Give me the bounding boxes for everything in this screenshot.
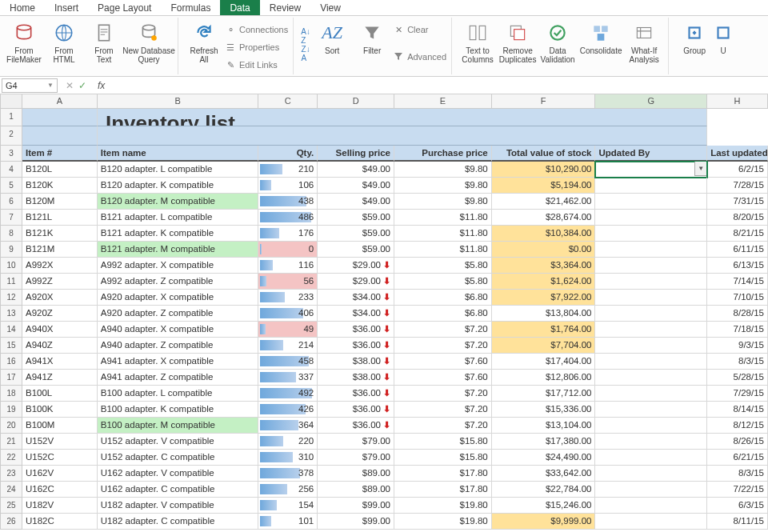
tab-data[interactable]: Data (220, 0, 259, 15)
col-header-b[interactable]: B (98, 94, 259, 109)
cell-item[interactable]: B121L (22, 210, 98, 226)
cell-total-value[interactable]: $12,806.00 (492, 370, 596, 386)
row-header[interactable]: 18 (0, 386, 22, 402)
tab-view[interactable]: View (310, 0, 350, 15)
cell-item[interactable]: B100L (22, 386, 98, 402)
cell-last-updated[interactable]: 6/2/15 (707, 162, 768, 178)
row-header[interactable]: 19 (0, 402, 22, 418)
cell-purchase-price[interactable]: $9.80 (394, 194, 492, 210)
cell-selling-price[interactable]: $34.00⬇ (318, 290, 394, 306)
cell-item[interactable]: U182V (22, 498, 98, 514)
cell-last-updated[interactable]: 8/28/15 (707, 306, 768, 322)
from-filemaker-button[interactable]: From FileMaker (5, 19, 43, 64)
col-header-e[interactable]: E (394, 94, 492, 109)
dropdown-button[interactable]: ▼ (694, 162, 707, 176)
cell-qty[interactable]: 458 (258, 354, 318, 370)
cell-item[interactable]: B120L (22, 162, 98, 178)
cell-total-value[interactable]: $24,490.00 (492, 450, 596, 466)
cell-qty[interactable]: 337 (258, 370, 318, 386)
cell-qty[interactable]: 210 (258, 162, 318, 178)
cell-purchase-price[interactable]: $6.80 (394, 290, 492, 306)
cell-qty[interactable]: 214 (258, 338, 318, 354)
cell-total-value[interactable]: $21,462.00 (492, 194, 596, 210)
cell-selling-price[interactable]: $49.00 (318, 162, 394, 178)
cell-purchase-price[interactable]: $7.20 (394, 322, 492, 338)
cell-qty[interactable]: 0 (258, 242, 318, 258)
cell-item[interactable]: U152V (22, 434, 98, 450)
cell-updated-by[interactable] (595, 354, 707, 370)
remove-duplicates-button[interactable]: Remove Duplicates (498, 19, 537, 64)
cell-purchase-price[interactable]: $6.80 (394, 306, 492, 322)
cell-updated-by[interactable] (595, 178, 707, 194)
edit-links-button[interactable]: ✎Edit Links (225, 58, 288, 72)
cell-name[interactable]: U152 adapter. V compatible (98, 434, 259, 450)
cell-last-updated[interactable]: 8/14/15 (707, 402, 768, 418)
cell-name[interactable]: B100 adapter. L compatible (98, 386, 259, 402)
cell-updated-by[interactable] (595, 226, 707, 242)
row-header[interactable]: 5 (0, 178, 22, 194)
cell-item[interactable]: A941X (22, 354, 98, 370)
cell-qty[interactable]: 492 (258, 386, 318, 402)
what-if-analysis-button[interactable]: What-If Analysis (625, 19, 663, 64)
cell-last-updated[interactable]: 8/26/15 (707, 434, 768, 450)
row-header[interactable]: 10 (0, 258, 22, 274)
name-box[interactable]: G4▼ (2, 78, 58, 93)
row-header[interactable]: 14 (0, 322, 22, 338)
cell-updated-by[interactable] (595, 258, 707, 274)
row-header[interactable]: 6 (0, 194, 22, 210)
cell-name[interactable]: B100 adapter. K compatible (98, 402, 259, 418)
row-header[interactable]: 25 (0, 498, 22, 514)
cell-total-value[interactable]: $10,384.00 (492, 226, 596, 242)
cell-selling-price[interactable]: $99.00 (318, 498, 394, 514)
cell-qty[interactable]: 176 (258, 226, 318, 242)
cell-last-updated[interactable]: 7/14/15 (707, 274, 768, 290)
cell-name[interactable]: U182 adapter. C compatible (98, 514, 259, 530)
cell-item[interactable]: A940X (22, 322, 98, 338)
row-header[interactable]: 4 (0, 162, 22, 178)
cell-qty[interactable]: 56 (258, 274, 318, 290)
cell-name[interactable]: U182 adapter. V compatible (98, 498, 259, 514)
cell-item[interactable]: U162V (22, 466, 98, 482)
cell-selling-price[interactable]: $36.00⬇ (318, 418, 394, 434)
cell-purchase-price[interactable]: $7.20 (394, 338, 492, 354)
cell-selling-price[interactable]: $89.00 (318, 466, 394, 482)
cell-last-updated[interactable]: 7/29/15 (707, 386, 768, 402)
cell-selling-price[interactable]: $36.00⬇ (318, 386, 394, 402)
cell-item[interactable]: B121M (22, 242, 98, 258)
cell-updated-by[interactable] (595, 242, 707, 258)
row-header[interactable]: 11 (0, 274, 22, 290)
cell-item[interactable]: U162C (22, 482, 98, 498)
cell-updated-by[interactable] (595, 274, 707, 290)
cell-name[interactable]: A920 adapter. X compatible (98, 290, 259, 306)
cell-selling-price[interactable]: $59.00 (318, 210, 394, 226)
cell-updated-by[interactable] (595, 370, 707, 386)
consolidate-button[interactable]: Consolidate (578, 19, 623, 55)
cell-purchase-price[interactable]: $11.80 (394, 210, 492, 226)
cell-purchase-price[interactable]: $7.60 (394, 354, 492, 370)
cell-updated-by[interactable]: ▼EmployeesSusanJoeSarahTomJohnAndy (595, 162, 707, 178)
row-header[interactable]: 17 (0, 370, 22, 386)
cell-name[interactable]: A940 adapter. X compatible (98, 322, 259, 338)
row-header[interactable]: 9 (0, 242, 22, 258)
cell-purchase-price[interactable]: $17.80 (394, 482, 492, 498)
row-header[interactable]: 2 (0, 126, 22, 146)
cell-qty[interactable]: 220 (258, 434, 318, 450)
cell-last-updated[interactable]: 7/18/15 (707, 322, 768, 338)
cell-qty[interactable]: 49 (258, 322, 318, 338)
col-header-a[interactable]: A (22, 94, 98, 109)
properties-button[interactable]: ☰Properties (225, 40, 288, 54)
cell-updated-by[interactable] (595, 306, 707, 322)
cell-selling-price[interactable]: $36.00⬇ (318, 402, 394, 418)
cell-qty[interactable]: 106 (258, 178, 318, 194)
cell-qty[interactable]: 233 (258, 290, 318, 306)
row-header[interactable]: 13 (0, 306, 22, 322)
cell-updated-by[interactable] (595, 514, 707, 530)
row-header[interactable]: 20 (0, 418, 22, 434)
cell-qty[interactable]: 406 (258, 306, 318, 322)
row-header[interactable]: 15 (0, 338, 22, 354)
cell-selling-price[interactable]: $89.00 (318, 482, 394, 498)
cell-total-value[interactable]: $17,712.00 (492, 386, 596, 402)
cell-item[interactable]: A920X (22, 290, 98, 306)
cell-selling-price[interactable]: $38.00⬇ (318, 354, 394, 370)
cell-selling-price[interactable]: $49.00 (318, 178, 394, 194)
